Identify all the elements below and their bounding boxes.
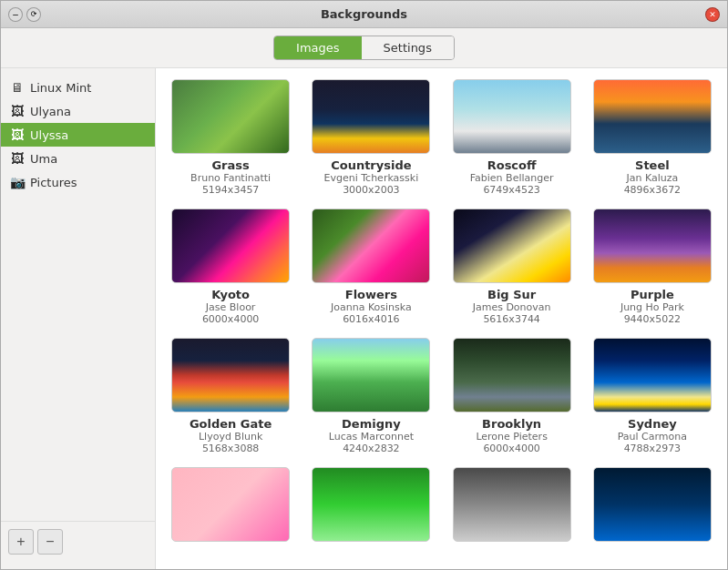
list-item[interactable]: Roscoff Fabien Bellanger 6749x4523	[448, 79, 576, 196]
image-thumb-partial3	[453, 467, 571, 542]
image-author: Fabien Bellanger	[470, 172, 554, 184]
image-dims: 6000x4000	[202, 313, 260, 325]
remove-button[interactable]: −	[37, 529, 63, 555]
image-dims: 3000x2003	[343, 184, 400, 196]
sidebar-footer: + −	[1, 521, 155, 562]
sidebar-item-pictures[interactable]: 📷 Pictures	[1, 170, 155, 194]
image-dims: 6016x4016	[343, 313, 400, 325]
sidebar-label-ulyana: Ulyana	[30, 105, 71, 118]
image-title: Countryside	[331, 158, 411, 172]
list-item[interactable]: Grass Bruno Fantinatti 5194x3457	[167, 79, 294, 196]
image-dims: 5194x3457	[202, 184, 260, 196]
close-button[interactable]: ✕	[705, 7, 720, 22]
list-item[interactable]	[307, 467, 435, 546]
sidebar: 🖥 Linux Mint 🖼 Ulyana 🖼 Ulyssa 🖼 Uma 📷 P…	[1, 68, 156, 569]
image-thumb-roscoff	[453, 79, 571, 154]
main-area: 🖥 Linux Mint 🖼 Ulyana 🖼 Ulyssa 🖼 Uma 📷 P…	[1, 68, 727, 569]
image-dims: 4788x2973	[624, 443, 682, 454]
image-thumb-purple	[593, 209, 712, 283]
ulyana-icon: 🖼	[10, 104, 25, 118]
linux-mint-icon: 🖥	[10, 80, 25, 95]
image-title: Golden Gate	[190, 417, 272, 431]
image-thumb-steel	[593, 79, 712, 154]
sidebar-item-ulyssa[interactable]: 🖼 Ulyssa	[1, 123, 155, 147]
sidebar-label-linux-mint: Linux Mint	[30, 81, 91, 95]
image-thumb-flowers	[312, 209, 430, 283]
image-thumb-partial2	[312, 467, 430, 542]
sidebar-item-ulyana[interactable]: 🖼 Ulyana	[1, 99, 155, 123]
image-dims: 4240x2832	[343, 443, 400, 454]
image-title: Steel	[635, 158, 670, 172]
image-thumb-partial4	[593, 467, 712, 542]
list-item[interactable]: Flowers Joanna Kosinska 6016x4016	[307, 209, 435, 325]
image-thumb-sydney	[593, 338, 712, 412]
image-title: Purple	[631, 288, 674, 301]
image-title: Roscoff	[487, 158, 537, 172]
image-thumb-countryside	[312, 79, 430, 154]
list-item[interactable]: Steel Jan Kaluza 4896x3672	[589, 79, 716, 196]
add-button[interactable]: +	[8, 529, 34, 555]
image-author: James Donovan	[473, 301, 551, 313]
minimize-button[interactable]: −	[8, 7, 23, 22]
list-item[interactable]: Countryside Evgeni Tcherkasski 3000x2003	[307, 79, 435, 196]
sidebar-label-uma: Uma	[30, 152, 57, 166]
uma-icon: 🖼	[10, 151, 25, 166]
ulyssa-icon: 🖼	[10, 127, 25, 142]
image-title: Brooklyn	[482, 417, 541, 431]
image-author: Jase Bloor	[206, 301, 256, 313]
list-item[interactable]: Demigny Lucas Marconnet 4240x2832	[307, 338, 435, 454]
image-author: Paul Carmona	[618, 431, 687, 443]
image-title: Demigny	[342, 417, 401, 431]
list-item[interactable]	[589, 467, 716, 546]
image-author: Bruno Fantinatti	[190, 172, 271, 184]
sidebar-item-linux-mint[interactable]: 🖥 Linux Mint	[1, 76, 155, 99]
image-thumb-brooklyn	[453, 338, 571, 412]
tab-group: Images Settings	[273, 36, 455, 60]
list-item[interactable]: Kyoto Jase Bloor 6000x4000	[167, 209, 294, 325]
app-window: − ⟳ Backgrounds ✕ Images Settings 🖥 Linu…	[0, 0, 728, 570]
sidebar-label-ulyssa: Ulyssa	[30, 128, 68, 142]
list-item[interactable]: Big Sur James Donovan 5616x3744	[448, 209, 576, 325]
titlebar: − ⟳ Backgrounds ✕	[1, 1, 727, 28]
image-author: Lerone Pieters	[476, 431, 548, 443]
image-dims: 6749x4523	[483, 184, 540, 196]
tab-settings[interactable]: Settings	[362, 36, 454, 59]
tab-images[interactable]: Images	[274, 36, 362, 59]
list-item[interactable]: Golden Gate Llyoyd Blunk 5168x3088	[167, 338, 294, 454]
image-thumb-demigny	[312, 338, 430, 412]
image-title: Sydney	[628, 417, 677, 431]
image-author: Llyoyd Blunk	[199, 431, 262, 443]
image-dims: 6000x4000	[483, 443, 540, 454]
image-author: Joanna Kosinska	[331, 301, 412, 313]
list-item[interactable]: Purple Jung Ho Park 9440x5022	[589, 209, 716, 325]
image-dims: 9440x5022	[624, 313, 682, 325]
image-dims: 5168x3088	[202, 443, 260, 454]
image-author: Jung Ho Park	[620, 301, 684, 313]
image-content[interactable]: Grass Bruno Fantinatti 5194x3457 Country…	[156, 68, 727, 569]
restore-button[interactable]: ⟳	[26, 7, 41, 22]
image-author: Evgeni Tcherkasski	[324, 172, 419, 184]
image-title: Flowers	[345, 288, 397, 301]
image-title: Grass	[211, 158, 249, 172]
list-item[interactable]	[167, 467, 294, 546]
image-thumb-partial1	[171, 467, 290, 542]
toolbar: Images Settings	[1, 28, 727, 68]
image-grid: Grass Bruno Fantinatti 5194x3457 Country…	[167, 79, 716, 546]
list-item[interactable]: Brooklyn Lerone Pieters 6000x4000	[448, 338, 576, 454]
image-title: Big Sur	[487, 288, 536, 301]
image-thumb-grass	[171, 79, 290, 154]
image-author: Jan Kaluza	[626, 172, 678, 184]
list-item[interactable]	[448, 467, 576, 546]
image-author: Lucas Marconnet	[329, 431, 414, 443]
image-title: Kyoto	[211, 288, 250, 301]
sidebar-label-pictures: Pictures	[30, 176, 77, 189]
list-item[interactable]: Sydney Paul Carmona 4788x2973	[589, 338, 716, 454]
image-dims: 5616x3744	[483, 313, 540, 325]
image-thumb-goldengate	[171, 338, 290, 412]
image-thumb-bigsur	[453, 209, 571, 283]
image-dims: 4896x3672	[624, 184, 682, 196]
pictures-icon: 📷	[10, 175, 25, 189]
window-title: Backgrounds	[63, 7, 665, 21]
sidebar-item-uma[interactable]: 🖼 Uma	[1, 147, 155, 170]
image-thumb-kyoto	[171, 209, 290, 283]
